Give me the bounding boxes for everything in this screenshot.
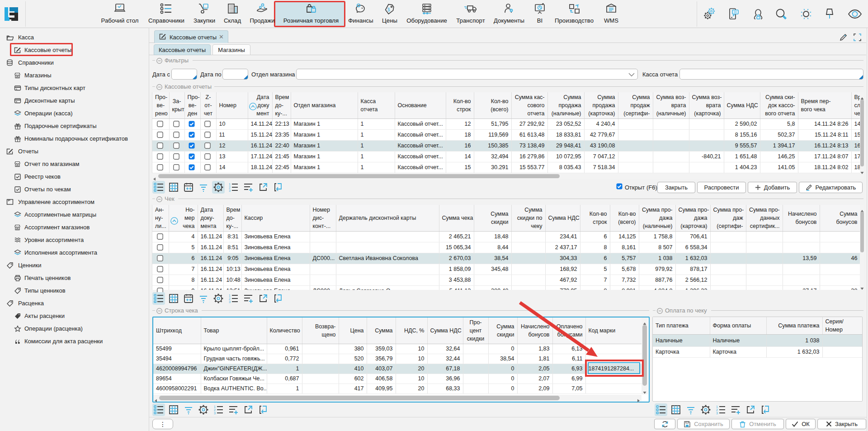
svg-text:1: 1: [229, 294, 231, 297]
svg-text:3: 3: [716, 412, 718, 415]
svg-text:1: 1: [214, 405, 216, 408]
svg-text:2: 2: [214, 408, 216, 412]
svg-text:2: 2: [229, 186, 231, 189]
svg-text:2: 2: [716, 408, 718, 412]
svg-text:3: 3: [229, 300, 231, 303]
svg-text:1: 1: [229, 183, 231, 186]
svg-text:3: 3: [229, 189, 231, 192]
svg-text:1: 1: [716, 405, 718, 408]
svg-text:$: $: [387, 7, 390, 12]
svg-text:2: 2: [229, 297, 231, 300]
svg-text:3: 3: [214, 412, 216, 415]
